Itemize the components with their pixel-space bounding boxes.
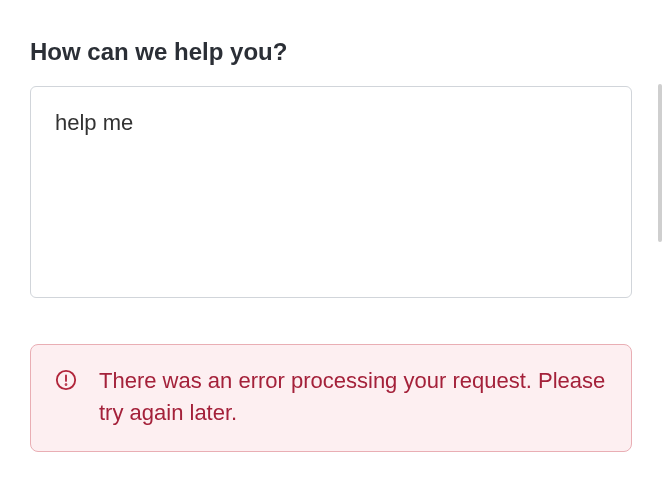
form-heading: How can we help you? <box>30 38 632 66</box>
svg-point-2 <box>66 384 67 385</box>
scrollbar[interactable] <box>658 84 662 242</box>
error-alert: There was an error processing your reque… <box>30 344 632 452</box>
error-message: There was an error processing your reque… <box>99 365 607 429</box>
alert-circle-icon <box>55 369 77 391</box>
help-textarea[interactable] <box>30 86 632 298</box>
